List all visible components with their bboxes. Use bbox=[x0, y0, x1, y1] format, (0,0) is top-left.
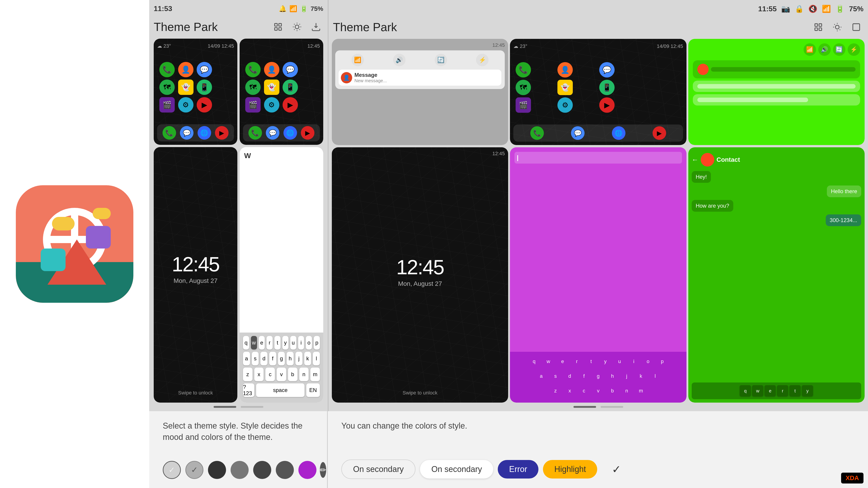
key-v[interactable]: v bbox=[277, 367, 286, 381]
chip-on-secondary-outline[interactable]: On secondary bbox=[341, 459, 415, 479]
gkey-w[interactable]: w bbox=[752, 385, 763, 396]
pink-key-i[interactable]: i bbox=[627, 355, 640, 367]
pink-key-z[interactable]: z bbox=[549, 385, 562, 397]
pink-key-y[interactable]: y bbox=[599, 355, 612, 367]
pink-key-h[interactable]: h bbox=[606, 370, 619, 382]
key-p[interactable]: p bbox=[314, 336, 320, 350]
key-lang[interactable]: EN bbox=[306, 383, 320, 397]
green-sound-btn[interactable]: 🔊 bbox=[818, 43, 831, 56]
right-grid-icon[interactable] bbox=[811, 20, 826, 34]
notif-panel-box: 📶 🔊 🔄 ⚡ 👤 Message New message.. bbox=[335, 51, 505, 89]
pink-key-d[interactable]: d bbox=[563, 370, 576, 382]
chip-highlight[interactable]: Highlight bbox=[543, 460, 597, 479]
key-t[interactable]: t bbox=[274, 336, 281, 350]
notif-wifi-btn[interactable]: 📶 bbox=[351, 54, 364, 66]
style-dot-7[interactable] bbox=[298, 461, 316, 479]
dark-map-bg: ☁ 23° 14/09 12:45 📞 👤 💬 🗺 bbox=[154, 39, 237, 145]
pink-key-x[interactable]: x bbox=[563, 385, 576, 397]
style-dot-1[interactable]: ✓ bbox=[163, 461, 181, 479]
style-dot-3[interactable] bbox=[208, 461, 226, 479]
pink-key-t[interactable]: t bbox=[585, 355, 597, 367]
dark-map-bg-2: 12:45 📞 👤 💬 🗺 👻 📱 bbox=[240, 39, 323, 145]
lock-content: 12:45 Mon, August 27 Swipe to unlock bbox=[154, 147, 237, 402]
notif-flash-btn[interactable]: ⚡ bbox=[476, 54, 489, 66]
key-d[interactable]: d bbox=[260, 352, 268, 365]
pink-key-r[interactable]: r bbox=[570, 355, 583, 367]
key-y[interactable]: y bbox=[282, 336, 288, 350]
gkey-r[interactable]: r bbox=[777, 385, 788, 396]
pink-key-w[interactable]: w bbox=[542, 355, 555, 367]
key-h[interactable]: h bbox=[287, 352, 293, 365]
grid-icon[interactable] bbox=[271, 20, 285, 34]
dropdown-arrow[interactable] bbox=[857, 4, 864, 12]
green-wifi-btn[interactable]: 📶 bbox=[804, 43, 816, 56]
gkey-y[interactable]: y bbox=[802, 385, 813, 396]
pink-key-f[interactable]: f bbox=[578, 370, 590, 382]
pink-key-q[interactable]: q bbox=[528, 355, 540, 367]
pink-key-n[interactable]: n bbox=[620, 385, 633, 397]
gkey-t[interactable]: t bbox=[789, 385, 801, 396]
key-j[interactable]: j bbox=[296, 352, 303, 365]
download-icon[interactable] bbox=[309, 20, 323, 34]
pink-key-u[interactable]: u bbox=[613, 355, 626, 367]
key-space[interactable]: space bbox=[256, 383, 305, 397]
key-u[interactable]: u bbox=[290, 336, 296, 350]
style-dot-2[interactable]: ✓ bbox=[185, 461, 204, 479]
edit-button[interactable]: ✏ bbox=[320, 462, 326, 478]
key-e[interactable]: e bbox=[259, 336, 265, 350]
key-i[interactable]: i bbox=[298, 336, 304, 350]
pink-key-k[interactable]: k bbox=[635, 370, 647, 382]
green-quick-settings: 📶 🔊 🔄 ⚡ bbox=[693, 43, 860, 56]
key-z[interactable]: z bbox=[243, 367, 252, 381]
key-f[interactable]: f bbox=[269, 352, 276, 365]
key-q[interactable]: q bbox=[243, 336, 249, 350]
key-k[interactable]: k bbox=[304, 352, 311, 365]
pink-key-v[interactable]: v bbox=[592, 385, 604, 397]
pink-key-c[interactable]: c bbox=[578, 385, 590, 397]
key-x[interactable]: x bbox=[254, 367, 264, 381]
pink-key-j[interactable]: j bbox=[620, 370, 633, 382]
pink-key-o[interactable]: o bbox=[642, 355, 654, 367]
key-r[interactable]: r bbox=[267, 336, 273, 350]
key-s[interactable]: s bbox=[252, 352, 259, 365]
pink-key-p[interactable]: p bbox=[656, 355, 669, 367]
pink-key-e[interactable]: e bbox=[556, 355, 569, 367]
right-frame-icon[interactable] bbox=[849, 20, 864, 34]
right-app-messages: 💬 bbox=[599, 62, 615, 77]
pink-key-a[interactable]: a bbox=[535, 370, 548, 382]
brightness-icon[interactable] bbox=[290, 20, 304, 34]
ss-content-2: 12:45 📞 👤 💬 🗺 👻 📱 bbox=[240, 39, 323, 145]
pink-key-m[interactable]: m bbox=[635, 385, 647, 397]
back-arrow-icon[interactable]: ← bbox=[692, 156, 699, 164]
pink-key-b[interactable]: b bbox=[606, 385, 619, 397]
key-n[interactable]: n bbox=[299, 367, 309, 381]
green-flash-btn[interactable]: ⚡ bbox=[848, 43, 860, 56]
style-dot-6[interactable] bbox=[276, 461, 294, 479]
green-rotate-btn[interactable]: 🔄 bbox=[833, 43, 845, 56]
pink-key-g[interactable]: g bbox=[592, 370, 604, 382]
scroll-dot-1 bbox=[214, 406, 236, 408]
key-123[interactable]: ?123 bbox=[243, 383, 254, 397]
pink-key-l[interactable]: l bbox=[649, 370, 661, 382]
key-g[interactable]: g bbox=[278, 352, 285, 365]
notif-sound-btn[interactable]: 🔊 bbox=[393, 54, 405, 66]
style-dot-5[interactable] bbox=[253, 461, 271, 479]
bottom-right-content: You can change the colors of style. bbox=[341, 420, 855, 431]
key-c[interactable]: c bbox=[266, 367, 275, 381]
chip-error[interactable]: Error bbox=[498, 460, 538, 479]
gkey-q[interactable]: q bbox=[740, 385, 751, 396]
confirm-check-icon[interactable]: ✓ bbox=[609, 461, 624, 477]
gkey-e[interactable]: e bbox=[765, 385, 776, 396]
right-brightness-icon[interactable] bbox=[830, 20, 844, 34]
key-l[interactable]: l bbox=[313, 352, 320, 365]
key-a[interactable]: a bbox=[243, 352, 250, 365]
chip-on-secondary-white[interactable]: On secondary bbox=[420, 460, 493, 479]
key-b[interactable]: b bbox=[288, 367, 298, 381]
key-o[interactable]: o bbox=[306, 336, 312, 350]
pink-key-s[interactable]: s bbox=[549, 370, 562, 382]
key-m[interactable]: m bbox=[310, 367, 320, 381]
style-dot-4[interactable] bbox=[230, 461, 249, 479]
key-w[interactable]: w bbox=[251, 336, 257, 350]
notif-rotate-btn[interactable]: 🔄 bbox=[435, 54, 447, 66]
right-weather: ☁ 23° bbox=[513, 43, 527, 49]
